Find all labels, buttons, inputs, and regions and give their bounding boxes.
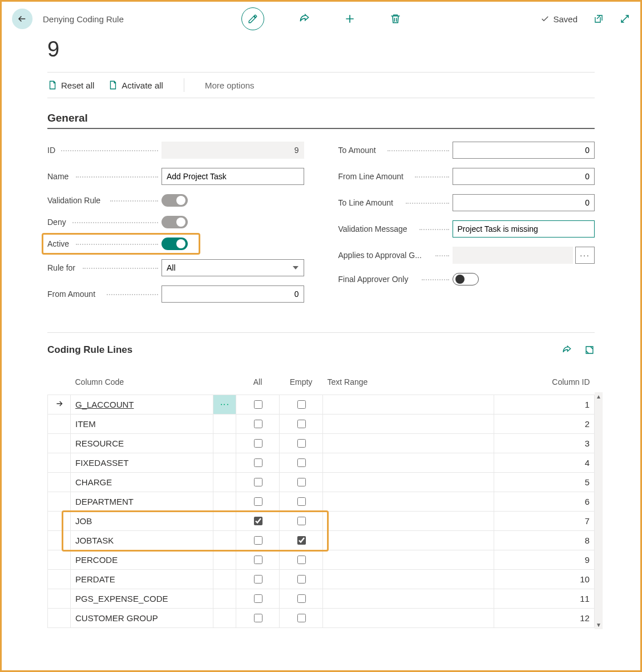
deny-toggle[interactable]	[161, 216, 188, 228]
empty-checkbox[interactable]	[297, 439, 306, 448]
name-field[interactable]	[161, 168, 304, 185]
new-button[interactable]	[344, 13, 356, 25]
cell-text-range[interactable]	[323, 434, 494, 453]
arrow-left-icon	[17, 14, 27, 24]
activate-all-button[interactable]: Activate all	[108, 80, 163, 90]
all-checkbox[interactable]	[254, 614, 263, 622]
all-checkbox[interactable]	[254, 400, 263, 409]
cell-column-code[interactable]: PGS_EXPENSE_CODE	[71, 589, 213, 609]
empty-checkbox[interactable]	[297, 556, 306, 564]
empty-checkbox[interactable]	[297, 536, 306, 545]
empty-checkbox[interactable]	[297, 594, 306, 603]
share-button[interactable]	[298, 13, 310, 25]
cell-column-code[interactable]: RESOURCE	[71, 434, 213, 453]
lines-expand-button[interactable]	[584, 345, 595, 355]
more-options-button[interactable]: More options	[205, 81, 255, 90]
cell-text-range[interactable]	[323, 550, 494, 570]
cell-text-range[interactable]	[323, 453, 494, 473]
pencil-icon	[248, 14, 258, 24]
col-header-code[interactable]: Column Code	[71, 372, 213, 395]
from-line-amount-field[interactable]	[453, 168, 595, 185]
empty-checkbox[interactable]	[297, 575, 306, 584]
cell-column-code[interactable]: PERDATE	[71, 570, 213, 589]
all-checkbox[interactable]	[254, 536, 263, 545]
applies-to-group-lookup-button[interactable]: ···	[575, 247, 595, 264]
table-row[interactable]: PERCODE9	[48, 550, 595, 570]
cell-text-range[interactable]	[323, 570, 494, 589]
expand-button[interactable]	[620, 14, 630, 24]
cell-column-code[interactable]: DEPARTMENT	[71, 492, 213, 512]
cell-text-range[interactable]	[323, 531, 494, 550]
activate-all-label: Activate all	[122, 81, 163, 90]
all-checkbox[interactable]	[254, 556, 263, 564]
final-approver-only-toggle[interactable]	[453, 273, 479, 285]
cell-column-code[interactable]: CUSTOMER GROUP	[71, 609, 213, 628]
reset-all-button[interactable]: Reset all	[47, 80, 94, 90]
cell-text-range[interactable]	[323, 512, 494, 531]
cell-column-code[interactable]: CHARGE	[71, 473, 213, 492]
table-row[interactable]: G_LACCOUNT⋮1	[48, 395, 595, 415]
to-line-amount-field[interactable]	[453, 194, 595, 211]
empty-checkbox[interactable]	[297, 400, 306, 409]
cell-column-code[interactable]: ITEM	[71, 415, 213, 434]
empty-checkbox[interactable]	[297, 420, 306, 428]
cell-column-id: 2	[494, 415, 595, 434]
cell-column-id: 9	[494, 550, 595, 570]
col-header-id[interactable]: Column ID	[494, 372, 595, 395]
cell-text-range[interactable]	[323, 395, 494, 415]
table-row[interactable]: RESOURCE3	[48, 434, 595, 453]
empty-checkbox[interactable]	[297, 517, 306, 525]
all-checkbox[interactable]	[254, 458, 263, 467]
cell-column-code[interactable]: JOB	[71, 512, 213, 531]
all-checkbox[interactable]	[254, 575, 263, 584]
table-row[interactable]: CHARGE5	[48, 473, 595, 492]
table-row[interactable]: JOBTASK8	[48, 531, 595, 550]
cell-column-code[interactable]: JOBTASK	[71, 531, 213, 550]
col-header-all[interactable]: All	[236, 372, 280, 395]
from-amount-field[interactable]	[161, 285, 304, 303]
validation-message-field[interactable]	[453, 220, 595, 238]
table-row[interactable]: ITEM2	[48, 415, 595, 434]
empty-checkbox[interactable]	[297, 614, 306, 622]
all-checkbox[interactable]	[254, 420, 263, 428]
table-row[interactable]: PGS_EXPENSE_CODE11	[48, 589, 595, 609]
lines-share-button[interactable]	[562, 345, 572, 355]
vertical-scrollbar[interactable]: ▲ ▼	[595, 392, 603, 629]
active-toggle[interactable]	[161, 238, 188, 250]
table-row[interactable]: JOB7	[48, 512, 595, 531]
col-header-empty[interactable]: Empty	[280, 372, 323, 395]
all-checkbox[interactable]	[254, 497, 263, 506]
cell-text-range[interactable]	[323, 589, 494, 609]
cell-column-code[interactable]: FIXEDASSET	[71, 453, 213, 473]
cell-text-range[interactable]	[323, 473, 494, 492]
delete-button[interactable]	[390, 13, 401, 25]
to-amount-field[interactable]	[453, 142, 595, 159]
cell-column-code[interactable]: PERCODE	[71, 550, 213, 570]
validation-rule-toggle[interactable]	[161, 194, 188, 207]
empty-checkbox[interactable]	[297, 458, 306, 467]
cell-text-range[interactable]	[323, 609, 494, 628]
all-checkbox[interactable]	[254, 517, 263, 525]
applies-to-group-field[interactable]	[453, 247, 574, 264]
all-checkbox[interactable]	[254, 439, 263, 448]
empty-checkbox[interactable]	[297, 478, 306, 486]
table-row[interactable]: DEPARTMENT6	[48, 492, 595, 512]
all-checkbox[interactable]	[254, 478, 263, 486]
edit-button[interactable]	[241, 7, 264, 30]
all-checkbox[interactable]	[254, 594, 263, 603]
saved-indicator: Saved	[540, 14, 578, 24]
table-row[interactable]: FIXEDASSET4	[48, 453, 595, 473]
cell-text-range[interactable]	[323, 415, 494, 434]
cell-text-range[interactable]	[323, 492, 494, 512]
table-row[interactable]: CUSTOMER GROUP12	[48, 609, 595, 628]
rule-for-select[interactable]: All	[161, 259, 304, 276]
scroll-down-icon: ▼	[596, 621, 601, 629]
row-menu-button[interactable]: ⋮	[213, 395, 236, 415]
empty-checkbox[interactable]	[297, 497, 306, 506]
cell-column-code[interactable]: G_LACCOUNT	[71, 395, 213, 415]
popout-button[interactable]	[593, 14, 604, 24]
table-row[interactable]: PERDATE10	[48, 570, 595, 589]
col-header-range[interactable]: Text Range	[323, 372, 494, 395]
page-title: Denying Coding Rule	[43, 14, 124, 24]
back-button[interactable]	[12, 9, 33, 29]
